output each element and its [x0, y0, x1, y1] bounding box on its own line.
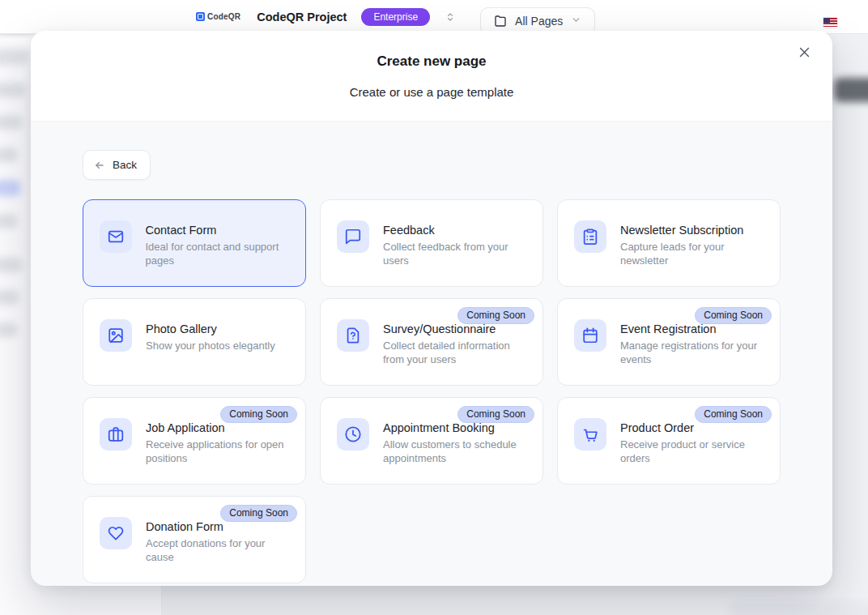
- template-card-product-order[interactable]: Coming SoonProduct OrderReceive product …: [557, 397, 781, 485]
- template-description: Collect feedback from your users: [383, 240, 531, 267]
- folder-icon: [494, 15, 507, 28]
- template-card-survey-questionnaire[interactable]: Coming SoonSurvey/QuestionnaireCollect d…: [320, 298, 543, 386]
- template-card-donation-form[interactable]: Coming SoonDonation FormAccept donations…: [83, 496, 306, 583]
- file-question-icon: [337, 319, 369, 352]
- project-switcher-chevrons-icon[interactable]: [445, 11, 456, 23]
- heart-icon: [100, 517, 132, 549]
- calendar-icon: [574, 319, 606, 352]
- template-card-event-registration[interactable]: Coming SoonEvent RegistrationManage regi…: [557, 298, 781, 386]
- template-description: Manage registrations for your events: [620, 339, 768, 366]
- plan-badge: Enterprise: [361, 8, 430, 26]
- template-description: Receive product or service orders: [620, 438, 768, 465]
- clock-icon: [337, 418, 369, 451]
- coming-soon-badge: Coming Soon: [220, 505, 297, 522]
- app-header: CodeQR CodeQR Project Enterprise All Pag…: [0, 0, 868, 34]
- clipboard-list-icon: [574, 220, 606, 253]
- blurred-sidebar-item-active: [0, 180, 21, 196]
- blurred-sidebar-item: [0, 49, 29, 65]
- modal-header: Create new page Create or use a page tem…: [31, 31, 832, 122]
- back-button-label: Back: [113, 159, 137, 171]
- template-card-newsletter-subscription[interactable]: Newsletter SubscriptionCapture leads for…: [557, 199, 781, 287]
- codeqr-logo: CodeQR: [196, 12, 240, 21]
- arrow-left-icon: [94, 160, 105, 171]
- blurred-sidebar-item: [0, 258, 23, 272]
- template-card-contact-form[interactable]: Contact FormIdeal for contact and suppor…: [83, 199, 306, 287]
- coming-soon-badge: Coming Soon: [695, 307, 772, 324]
- us-flag-icon[interactable]: [823, 18, 837, 28]
- chat-icon: [337, 220, 369, 253]
- template-title: Newsletter Subscription: [620, 224, 768, 237]
- chevron-down-icon: [571, 15, 581, 28]
- back-button[interactable]: Back: [83, 150, 151, 180]
- template-description: Receive applications for open positions: [146, 438, 294, 465]
- template-card-feedback[interactable]: FeedbackCollect feedback from your users: [320, 199, 543, 287]
- template-card-job-application[interactable]: Coming SoonJob ApplicationReceive applic…: [83, 397, 306, 485]
- blurred-background-bar: [834, 78, 868, 102]
- blurred-sidebar-item: [0, 147, 18, 162]
- template-title: Donation Form: [146, 520, 294, 533]
- template-description: Collect detailed information from your u…: [383, 339, 531, 366]
- template-grid: Contact FormIdeal for contact and suppor…: [83, 199, 781, 583]
- modal-title: Create new page: [377, 53, 486, 70]
- cart-icon: [574, 418, 606, 451]
- pages-filter-value: All Pages: [515, 15, 563, 28]
- briefcase-icon: [100, 418, 132, 451]
- blurred-sidebar-item: [0, 322, 18, 337]
- coming-soon-badge: Coming Soon: [695, 406, 772, 423]
- template-description: Allow customers to schedule appointments: [383, 438, 531, 465]
- codeqr-logo-icon: [196, 12, 205, 21]
- template-description: Ideal for contact and support pages: [146, 240, 295, 267]
- blurred-background-bar: [729, 601, 868, 615]
- blurred-sidebar-item: [0, 214, 18, 228]
- close-icon[interactable]: [794, 41, 815, 62]
- template-title: Appointment Booking: [383, 421, 531, 434]
- codeqr-logo-text: CodeQR: [207, 12, 240, 21]
- template-title: Feedback: [383, 224, 531, 237]
- template-title: Product Order: [620, 421, 768, 434]
- modal-subtitle: Create or use a page template: [350, 85, 514, 99]
- template-card-appointment-booking[interactable]: Coming SoonAppointment BookingAllow cust…: [320, 397, 543, 485]
- blurred-sidebar-item: [0, 115, 23, 130]
- template-title: Photo Gallery: [146, 322, 275, 335]
- modal-body: Back Contact FormIdeal for contact and s…: [31, 122, 832, 586]
- template-title: Job Application: [146, 421, 294, 434]
- template-title: Contact Form: [146, 224, 295, 237]
- mail-icon: [100, 220, 132, 253]
- project-name[interactable]: CodeQR Project: [257, 11, 347, 23]
- template-title: Event Registration: [620, 322, 768, 335]
- coming-soon-badge: Coming Soon: [457, 406, 534, 423]
- coming-soon-badge: Coming Soon: [220, 406, 297, 423]
- image-icon: [100, 319, 132, 352]
- template-description: Accept donations for your cause: [146, 536, 294, 564]
- create-page-modal: Create new page Create or use a page tem…: [31, 31, 832, 586]
- template-title: Survey/Questionnaire: [383, 322, 531, 335]
- template-description: Show your photos elegantly: [146, 339, 275, 352]
- blurred-sidebar-item: [0, 290, 19, 305]
- template-description: Capture leads for your newsletter: [620, 240, 768, 267]
- coming-soon-badge: Coming Soon: [457, 307, 534, 324]
- template-card-photo-gallery[interactable]: Photo GalleryShow your photos elegantly: [83, 298, 306, 386]
- blurred-sidebar-item: [0, 83, 26, 97]
